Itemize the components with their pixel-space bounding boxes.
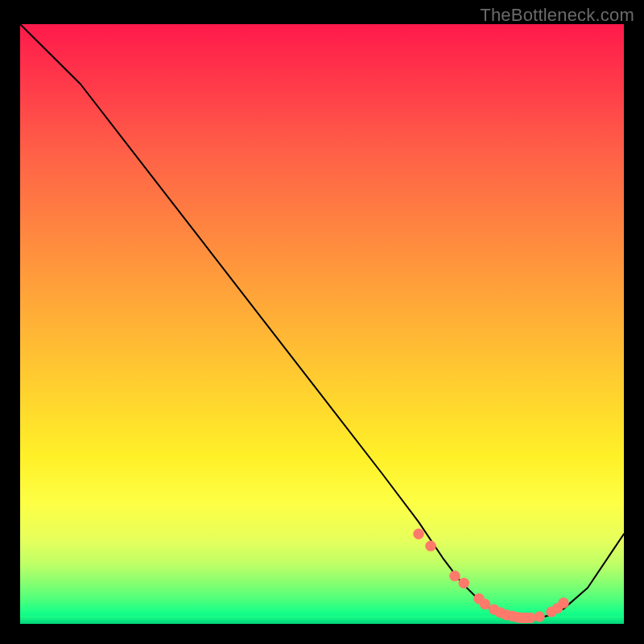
highlight-dot: [558, 597, 569, 608]
highlight-dot: [534, 611, 545, 621]
highlight-dot: [459, 578, 470, 588]
watermark-text: TheBottleneck.com: [480, 5, 634, 26]
highlight-dots: [413, 529, 569, 624]
highlight-dot: [425, 540, 436, 551]
chart-stage: TheBottleneck.com: [0, 0, 644, 644]
highlight-dot: [480, 599, 491, 609]
curve-svg: [20, 24, 624, 624]
plot-area: [20, 24, 624, 624]
highlight-dot: [449, 571, 460, 581]
highlight-dot: [413, 529, 424, 539]
bottleneck-curve: [20, 24, 624, 618]
